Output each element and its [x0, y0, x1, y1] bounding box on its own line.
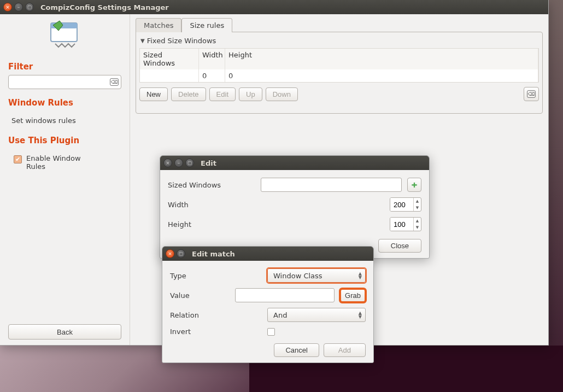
col-sized-windows[interactable]: Sized Windows	[140, 49, 199, 69]
height-down-icon[interactable]: ▼	[414, 224, 421, 231]
invert-checkbox[interactable]	[267, 328, 275, 336]
width-up-icon[interactable]: ▲	[414, 198, 421, 204]
expander-triangle-icon: ▼	[140, 38, 145, 44]
edit-match-dialog: × ▢ Edit match Type Window Class ▲▼ Valu…	[162, 246, 374, 363]
match-titlebar[interactable]: × ▢ Edit match	[162, 247, 373, 261]
cell-width: 0	[199, 69, 225, 82]
col-width[interactable]: Width	[199, 49, 225, 69]
table-toolbar: New Delete Edit Up Down ⌫	[139, 87, 539, 101]
use-plugin-heading: Use This Plugin	[8, 136, 121, 145]
desktop-right-wallpaper	[549, 0, 563, 392]
tab-matches[interactable]: Matches	[136, 18, 181, 32]
height-label: Height	[168, 220, 255, 229]
close-icon[interactable]: ×	[3, 3, 12, 11]
tab-size-rules[interactable]: Size rules	[181, 18, 232, 32]
maximize-icon[interactable]: ▢	[25, 3, 34, 11]
reset-list-button[interactable]: ⌫	[524, 87, 539, 101]
relation-label: Relation	[170, 311, 262, 319]
cell-sized	[140, 69, 199, 82]
width-spinbox[interactable]: ▲▼	[390, 197, 421, 212]
type-combobox[interactable]: Window Class ▲▼	[267, 268, 366, 283]
up-button[interactable]: Up	[239, 87, 262, 101]
match-title: Edit match	[192, 250, 235, 258]
filter-heading: Filter	[8, 62, 121, 72]
plus-icon: ＋	[410, 179, 419, 191]
edit-body: Sized Windows ＋ Width ▲▼ Height ▲▼ Close	[160, 170, 429, 258]
reset-icon: ⌫	[527, 90, 536, 98]
height-spinbox[interactable]: ▲▼	[390, 217, 421, 231]
sized-windows-label: Sized Windows	[168, 181, 255, 189]
type-label: Type	[170, 272, 262, 280]
cell-height: 0	[225, 69, 538, 82]
value-input[interactable]	[235, 288, 335, 302]
main-titlebar[interactable]: × – ▢ CompizConfig Settings Manager	[0, 0, 548, 14]
width-label: Width	[168, 201, 255, 209]
height-up-icon[interactable]: ▲	[414, 218, 421, 224]
combo-carets-icon: ▲▼	[359, 311, 362, 319]
width-down-icon[interactable]: ▼	[414, 204, 421, 211]
main-title: CompizConfig Settings Manager	[40, 3, 169, 11]
height-input[interactable]	[390, 218, 413, 231]
filter-input[interactable]	[12, 78, 110, 87]
enable-plugin-label: Enable Window Rules	[26, 154, 92, 171]
table-row[interactable]: 0 0	[140, 69, 538, 82]
edit-titlebar[interactable]: × – ▢ Edit	[160, 156, 429, 170]
sidebar-item-set-rules[interactable]: Set windows rules	[8, 114, 121, 127]
sized-windows-table: Sized Windows Width Height 0 0	[139, 48, 539, 83]
fixed-size-expander[interactable]: ▼ Fixed Size Windows	[139, 36, 539, 48]
value-label: Value	[170, 291, 230, 300]
edit-title: Edit	[201, 159, 216, 167]
add-match-button[interactable]: ＋	[407, 178, 421, 192]
col-height[interactable]: Height	[225, 49, 538, 69]
plugin-icon	[48, 20, 83, 52]
cancel-button[interactable]: Cancel	[274, 343, 319, 357]
edit-dialog: × – ▢ Edit Sized Windows ＋ Width ▲▼ Heig…	[160, 155, 430, 259]
grab-button[interactable]: Grab	[340, 289, 366, 302]
delete-button[interactable]: Delete	[171, 87, 206, 101]
fixed-size-heading: Fixed Size Windows	[147, 37, 216, 45]
down-button[interactable]: Down	[266, 87, 298, 101]
enable-plugin-checkbox[interactable]: ✔	[14, 155, 22, 163]
width-input[interactable]	[390, 198, 413, 211]
table-header: Sized Windows Width Height	[140, 49, 538, 69]
tabs: Matches Size rules	[136, 17, 543, 32]
type-value: Window Class	[273, 272, 322, 280]
clear-filter-icon[interactable]: ⌫	[110, 78, 119, 86]
edit-button[interactable]: Edit	[209, 87, 236, 101]
maximize-icon[interactable]: ▢	[177, 249, 185, 258]
window-rules-heading: Window Rules	[8, 98, 121, 108]
add-button[interactable]: Add	[324, 343, 366, 357]
close-icon[interactable]: ×	[163, 159, 172, 167]
filter-field-wrapper: ⌫	[8, 75, 121, 89]
new-button[interactable]: New	[139, 87, 168, 101]
close-button[interactable]: Close	[378, 239, 421, 253]
invert-label: Invert	[170, 327, 262, 336]
size-rules-panel: ▼ Fixed Size Windows Sized Windows Width…	[136, 32, 543, 114]
minimize-icon[interactable]: –	[174, 159, 183, 167]
sized-windows-input[interactable]	[261, 178, 402, 192]
combo-carets-icon: ▲▼	[359, 272, 362, 279]
minimize-icon[interactable]: –	[14, 3, 23, 11]
enable-plugin-row[interactable]: ✔ Enable Window Rules	[8, 154, 121, 171]
close-icon[interactable]: ×	[166, 249, 174, 258]
sidebar: Filter ⌫ Window Rules Set windows rules …	[0, 14, 130, 345]
back-button[interactable]: Back	[8, 324, 121, 340]
match-body: Type Window Class ▲▼ Value Grab Relation…	[162, 261, 373, 362]
relation-combobox[interactable]: And ▲▼	[267, 308, 366, 322]
maximize-icon[interactable]: ▢	[185, 159, 194, 167]
relation-value: And	[273, 311, 287, 319]
